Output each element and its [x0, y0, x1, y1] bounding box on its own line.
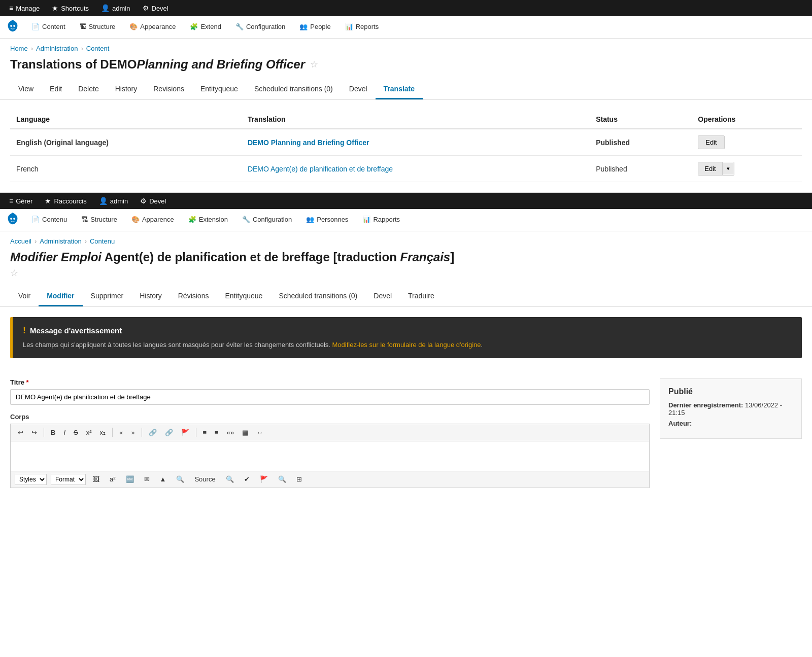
- favorite-star[interactable]: ☆: [310, 59, 318, 70]
- indent-left-button[interactable]: «: [116, 427, 126, 438]
- format-select[interactable]: Format: [51, 474, 86, 485]
- table-button[interactable]: ▦: [239, 427, 251, 438]
- nav-personnes[interactable]: 👥 Personnes: [299, 209, 355, 231]
- superscript-button[interactable]: x²: [83, 427, 95, 438]
- nav-extend[interactable]: 🧩 Extend: [183, 16, 228, 39]
- image-button[interactable]: 🖼: [90, 474, 103, 485]
- tab-devel-fr[interactable]: Devel: [365, 287, 400, 306]
- italic-button[interactable]: I: [60, 427, 69, 438]
- raccourcis-label: Raccourcis: [54, 197, 86, 205]
- tab-devel[interactable]: Devel: [341, 80, 376, 99]
- breadcrumb-admin[interactable]: Administration: [36, 45, 78, 52]
- redo-button[interactable]: ↪: [28, 427, 40, 438]
- warning-link[interactable]: Modifiez-les sur le formulaire de la lan…: [332, 341, 481, 349]
- tab-entityqueue[interactable]: Entityqueue: [192, 80, 246, 99]
- tab-voir[interactable]: Voir: [10, 287, 39, 306]
- blockquote-button[interactable]: «»: [224, 427, 237, 438]
- color-button[interactable]: ▲: [157, 474, 170, 485]
- translations-table: Language Translation Status Operations E…: [10, 110, 802, 182]
- nav-configuration-fr[interactable]: 🔧 Configuration: [235, 209, 299, 231]
- nav-apparence[interactable]: 🎨 Apparence: [124, 209, 181, 231]
- gerer-button[interactable]: ≡ Gérer: [4, 193, 38, 209]
- author-label: Auteur:: [668, 420, 692, 427]
- tab-view[interactable]: View: [10, 80, 42, 99]
- author-field: Auteur:: [668, 420, 793, 427]
- nav-extension[interactable]: 🧩 Extension: [181, 209, 235, 231]
- breadcrumb-content[interactable]: Content: [86, 45, 110, 52]
- special-char-button[interactable]: a²: [107, 474, 119, 485]
- nav-configuration[interactable]: 🔧 Configuration: [228, 16, 292, 39]
- breadcrumb-administration[interactable]: Administration: [40, 237, 81, 245]
- translation-link-fr[interactable]: DEMO Agent(e) de planification et de bre…: [248, 165, 393, 173]
- people-icon: 👥: [299, 23, 308, 30]
- manage-button[interactable]: ≡ Manage: [4, 0, 45, 16]
- devel-button[interactable]: ⚙ Devel: [138, 0, 174, 16]
- title-input[interactable]: [10, 389, 650, 405]
- second-favorite-star[interactable]: ☆: [10, 268, 18, 278]
- translation-link-en[interactable]: DEMO Planning and Briefing Officer: [248, 139, 369, 147]
- nav-appearance[interactable]: 🎨 Appearance: [122, 16, 183, 39]
- breadcrumb-contenu[interactable]: Contenu: [90, 237, 115, 245]
- tab-history[interactable]: History: [107, 80, 146, 99]
- search2-button[interactable]: 🔍: [275, 474, 289, 485]
- tab-supprimer[interactable]: Supprimer: [83, 287, 132, 306]
- undo-button[interactable]: ↩: [15, 427, 26, 438]
- breadcrumb-home[interactable]: Home: [10, 45, 28, 52]
- nav-content[interactable]: 📄 Content: [24, 16, 73, 39]
- tab-modifier[interactable]: Modifier: [39, 287, 82, 306]
- find-button[interactable]: 🔍: [173, 474, 187, 485]
- breadcrumb-accueil[interactable]: Accueil: [10, 237, 31, 245]
- expand-button[interactable]: ⊞: [293, 474, 305, 485]
- tab-delete[interactable]: Delete: [70, 80, 107, 99]
- page-header: Translations of DEMOPlanning and Briefin…: [0, 54, 812, 80]
- nav-people[interactable]: 👥 People: [292, 16, 337, 39]
- second-admin-button[interactable]: 👤 admin: [94, 193, 133, 209]
- raccourcis-button[interactable]: ★ Raccourcis: [40, 193, 91, 209]
- config-icon: 🔧: [235, 23, 244, 30]
- source-button[interactable]: Source: [191, 474, 218, 485]
- strikethrough-button[interactable]: S: [71, 427, 81, 438]
- styles-select[interactable]: Styles: [15, 474, 47, 485]
- ul-button[interactable]: ≡: [200, 427, 210, 438]
- title-field: Titre *: [10, 378, 650, 405]
- form-main: Titre * Corps ↩ ↪ B I S x² x₂: [10, 378, 650, 488]
- nav-rapports[interactable]: 📊 Rapports: [355, 209, 407, 231]
- col-operations: Operations: [692, 110, 802, 129]
- flag-button[interactable]: 🚩: [257, 474, 271, 485]
- search-button[interactable]: 🔍: [223, 474, 237, 485]
- edit-main-button-fr[interactable]: Edit: [698, 162, 722, 175]
- anchor-button[interactable]: 🚩: [178, 427, 192, 438]
- last-saved-label: Dernier enregistrement:: [668, 401, 743, 409]
- nav-structure[interactable]: 🏗 Structure: [73, 16, 123, 39]
- tab-scheduled[interactable]: Scheduled transitions (0): [246, 80, 341, 99]
- hr-button[interactable]: ↔: [253, 427, 266, 438]
- second-devel-button[interactable]: ⚙ Devel: [135, 193, 171, 209]
- nav-structure-fr[interactable]: 🏗 Structure: [74, 209, 124, 231]
- edit-dropdown-arrow[interactable]: ▾: [723, 163, 734, 175]
- tab-revisions-fr[interactable]: Révisions: [170, 287, 217, 306]
- shortcuts-icon: ★: [52, 4, 58, 12]
- abbr-button[interactable]: 🔤: [123, 474, 137, 485]
- link-button[interactable]: 🔗: [146, 427, 160, 438]
- tab-scheduled-fr[interactable]: Scheduled transitions (0): [270, 287, 365, 306]
- nav-contenu[interactable]: 📄 Contenu: [24, 209, 74, 231]
- edit-button-en[interactable]: Edit: [698, 135, 724, 149]
- tab-edit[interactable]: Edit: [42, 80, 70, 99]
- unlink-button[interactable]: 🔗: [162, 427, 176, 438]
- wysiwyg-body[interactable]: [10, 441, 650, 471]
- shortcuts-button[interactable]: ★ Shortcuts: [47, 0, 94, 16]
- ol-button[interactable]: ≡: [212, 427, 222, 438]
- tab-traduire[interactable]: Traduire: [400, 287, 443, 306]
- email-button[interactable]: ✉: [141, 474, 153, 485]
- bold-button[interactable]: B: [48, 427, 58, 438]
- tab-entityqueue-fr[interactable]: Entityqueue: [217, 287, 270, 306]
- tab-translate[interactable]: Translate: [376, 80, 423, 99]
- toolbar-sep-1: [44, 428, 44, 437]
- nav-reports[interactable]: 📊 Reports: [338, 16, 386, 39]
- tab-revisions[interactable]: Revisions: [145, 80, 192, 99]
- admin-button[interactable]: 👤 admin: [96, 0, 135, 16]
- subscript-button[interactable]: x₂: [97, 427, 109, 438]
- check-button[interactable]: ✔: [241, 474, 253, 485]
- indent-right-button[interactable]: »: [128, 427, 138, 438]
- tab-history-fr[interactable]: History: [131, 287, 170, 306]
